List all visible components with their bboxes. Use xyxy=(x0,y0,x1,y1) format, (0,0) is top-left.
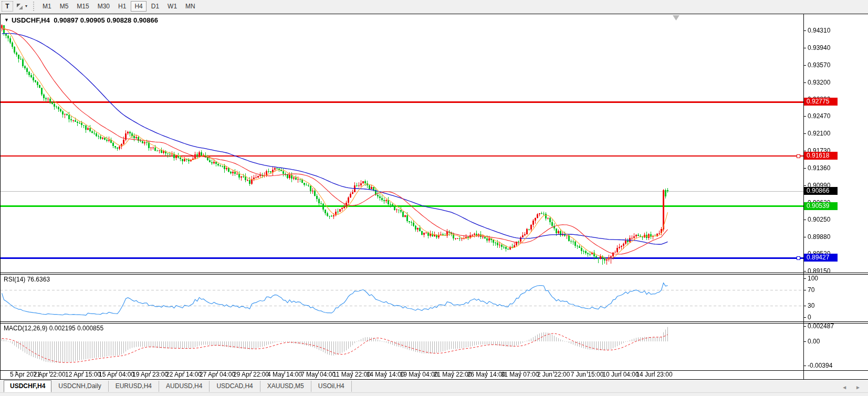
price-chart-canvas[interactable] xyxy=(0,14,868,380)
price-level-badge: 0.90866 xyxy=(804,187,838,195)
price-axis-label: 0.89150 xyxy=(808,267,830,275)
tab-scroll-left-button[interactable]: ◄ xyxy=(842,384,847,390)
price-axis-label: 0.90250 xyxy=(808,216,830,223)
symbol-dropdown-icon[interactable]: ▼ xyxy=(4,17,9,23)
price-level-badge: 0.92775 xyxy=(804,98,838,106)
chart-tab-usoil-h4[interactable]: USOil,H4 xyxy=(311,381,352,392)
tab-scroll-controls: ◄ ► xyxy=(842,384,868,390)
price-axis-label: 0.93570 xyxy=(808,61,830,69)
price-axis-label: 0.92470 xyxy=(808,112,830,120)
rsi-scale-label: 100 xyxy=(808,275,818,282)
timeframe-button-h1[interactable]: H1 xyxy=(114,1,130,12)
timeframe-button-m5[interactable]: M5 xyxy=(56,1,72,12)
toolbar-separator xyxy=(33,2,35,11)
chart-tab-eurusd-h4[interactable]: EURUSD,H4 xyxy=(109,381,159,392)
tab-scroll-right-button[interactable]: ► xyxy=(855,384,861,390)
price-level-badge: 0.91618 xyxy=(804,152,838,160)
price-level-badge: 0.90539 xyxy=(804,202,838,210)
text-label-tool-button[interactable]: T xyxy=(2,1,13,12)
bottom-status-strip xyxy=(0,392,868,396)
timeframe-button-d1[interactable]: D1 xyxy=(148,1,163,12)
price-level-badge: 0.89427 xyxy=(804,254,838,262)
rsi-scale-label: 30 xyxy=(808,302,814,309)
chart-tab-audusd-h4[interactable]: AUDUSD,H4 xyxy=(159,381,210,392)
top-toolbar: T ▾ M1M5M15M30H1H4D1W1MN xyxy=(0,0,868,13)
price-axis-label: 0.89880 xyxy=(808,233,830,241)
rsi-indicator-label: RSI(14) 76.6363 xyxy=(4,276,50,283)
timeframe-button-mn[interactable]: MN xyxy=(182,1,199,12)
chart-tab-bar: USDCHF,H4USDCNH,DailyEURUSD,H4AUDUSD,H4U… xyxy=(0,380,868,392)
rsi-scale-label: 70 xyxy=(808,286,814,294)
price-axis-label: 0.93200 xyxy=(808,79,830,86)
macd-indicator-label: MACD(12,26,9) 0.002195 0.000855 xyxy=(4,325,103,332)
arrange-charts-button[interactable]: ▾ xyxy=(13,1,30,12)
timeframe-button-w1[interactable]: W1 xyxy=(164,1,181,12)
timeframe-button-m30[interactable]: M30 xyxy=(94,1,113,12)
timeframe-button-m15[interactable]: M15 xyxy=(73,1,92,12)
arrange-charts-icon xyxy=(16,3,24,10)
chart-symbol-label: USDCHF,H4 xyxy=(12,16,50,24)
rsi-scale-label: 0 xyxy=(808,314,811,321)
macd-scale-label: 0.00 xyxy=(808,338,820,345)
chart-tab-usdcad-h4[interactable]: USDCAD,H4 xyxy=(210,381,260,392)
chart-quote-values: 0.90897 0.90905 0.90828 0.90866 xyxy=(54,16,158,24)
price-axis-label: 0.93940 xyxy=(808,44,830,51)
chevron-down-icon: ▾ xyxy=(25,4,27,8)
timeframe-button-h4[interactable]: H4 xyxy=(131,1,146,12)
timeframe-button-m1[interactable]: M1 xyxy=(39,1,55,12)
price-axis-label: 0.94310 xyxy=(808,27,830,34)
chart-tab-usdcnh-daily[interactable]: USDCNH,Daily xyxy=(51,381,108,392)
chart-title: ▼USDCHF,H4 0.90897 0.90905 0.90828 0.908… xyxy=(4,16,158,24)
timeframe-toolbar: M1M5M15M30H1H4D1W1MN xyxy=(38,1,200,12)
price-axis-label: 0.91360 xyxy=(808,164,830,172)
chart-tab-usdchf-h4[interactable]: USDCHF,H4 xyxy=(4,380,51,392)
macd-scale-label: 0.002487 xyxy=(808,322,834,330)
price-axis-label: 0.92100 xyxy=(808,130,830,137)
chart-tab-xauusd-m5[interactable]: XAUUSD,M5 xyxy=(260,381,311,392)
macd-scale-label: -0.00394 xyxy=(808,362,832,369)
date-axis-label: 14 Jun 23:00 xyxy=(630,371,678,378)
